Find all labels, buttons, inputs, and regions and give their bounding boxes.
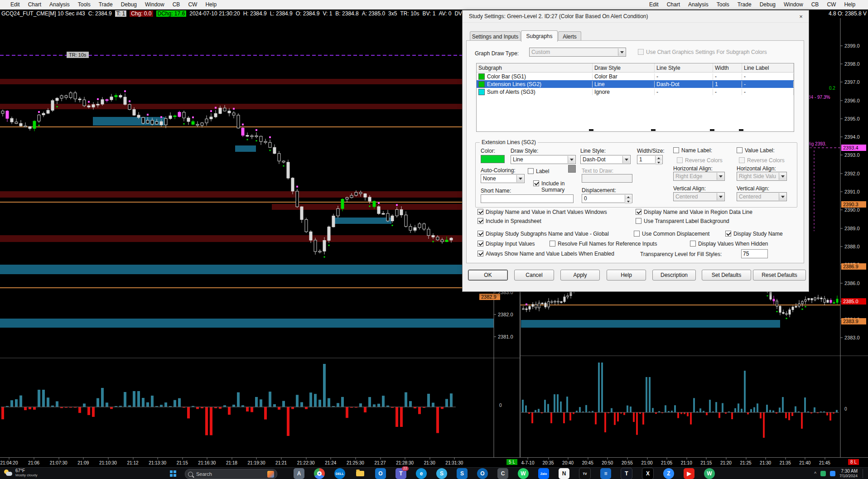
x-icon[interactable]: X (642, 468, 654, 479)
menu-trade[interactable]: Trade (95, 1, 117, 8)
name-label-checkbox[interactable]: Name Label: (673, 147, 712, 154)
chart-app-icon[interactable]: ≡ (600, 468, 611, 479)
include-in-spreadsheet-checkbox[interactable]: Include in Spreadsheet (477, 218, 541, 224)
menu-debug[interactable]: Debug (756, 1, 780, 8)
reset-defaults-button[interactable]: Reset Defaults (753, 270, 806, 281)
resolve-full-names-checkbox[interactable]: Resolve Full Names for Reference Inputs (550, 241, 657, 247)
whatsapp-icon[interactable]: W (518, 468, 529, 479)
tv-icon[interactable]: TV (579, 468, 591, 479)
transparent-label-background-checkbox[interactable]: Use Transparent Label Background (636, 218, 729, 224)
menu-cb[interactable]: CB (807, 1, 823, 8)
menu-trade[interactable]: Trade (733, 1, 756, 8)
edge-icon[interactable]: e (416, 468, 427, 479)
display-name-chart-values-checkbox[interactable]: Display Name and Value in Chart Values W… (477, 209, 607, 215)
text-to-draw-input[interactable] (582, 174, 632, 183)
start-button[interactable] (169, 469, 177, 478)
include-in-summary-checkbox[interactable]: Include inSummary (533, 180, 564, 193)
menu-edit[interactable]: Edit (645, 1, 663, 8)
ok-button[interactable]: OK (468, 270, 508, 281)
column-header[interactable]: Line Label (742, 63, 794, 72)
column-resize-marker[interactable] (589, 129, 593, 131)
menu-chart[interactable]: Chart (663, 1, 684, 8)
tray-icon-green[interactable] (820, 471, 826, 476)
subgraph-table[interactable]: SubgraphDraw StyleLine StyleWidthLine La… (476, 63, 794, 132)
wechat-icon[interactable]: W (704, 468, 715, 479)
menu-tools[interactable]: Tools (74, 1, 95, 8)
column-header[interactable]: Draw Style (593, 63, 655, 72)
left-chart-canvas[interactable]: 2383.02382.02381.02382.90 (0, 18, 520, 457)
graph-draw-type-select[interactable]: Custom (529, 48, 626, 57)
menu-help[interactable]: Help (840, 1, 859, 8)
line-style-select[interactable]: Dash-Dot (580, 155, 631, 164)
column-resize-marker[interactable] (739, 129, 743, 131)
menu-chart[interactable]: Chart (24, 1, 45, 8)
horizontal-align-select-1[interactable]: Right Edge (673, 172, 725, 181)
transparency-level-input[interactable] (741, 249, 768, 258)
subgraph-row[interactable]: Sum of Alerts (SG3)Ignore--- (477, 88, 794, 96)
menu-edit[interactable]: Edit (6, 1, 24, 8)
notion-icon[interactable]: N (559, 468, 569, 479)
set-defaults-button[interactable]: Set Defaults (702, 270, 751, 281)
time-axis[interactable]: 21:04:2021:0621:07:3021:0921:10:3021:122… (0, 457, 868, 468)
dell-icon[interactable]: DELL (334, 468, 345, 479)
column-resize-marker[interactable] (651, 129, 656, 131)
displacement-stepper[interactable]: 0 (582, 194, 632, 203)
horizontal-align-select-2[interactable]: Right Side Valu (737, 172, 787, 181)
value-label-checkbox[interactable]: Value Label: (737, 147, 775, 154)
menu-window[interactable]: Window (141, 1, 169, 8)
display-name-region-checkbox[interactable]: Display Name and Value in Region Data Li… (636, 209, 752, 215)
display-study-name-checkbox[interactable]: Display Study Name (725, 231, 783, 237)
outlook-icon[interactable]: O (375, 468, 386, 479)
secondary-color-swatch[interactable] (568, 165, 576, 173)
youtube-icon[interactable]: ▶ (684, 468, 694, 479)
menu-tools[interactable]: Tools (713, 1, 733, 8)
column-header[interactable]: Subgraph (477, 63, 593, 72)
reverse-colors-checkbox-2[interactable]: Reverse Colors (739, 157, 785, 164)
subgraph-row[interactable]: Color Bar (SG1)Color Bar--- (477, 73, 794, 80)
column-header[interactable]: Line Style (655, 63, 713, 72)
reverse-colors-checkbox-1[interactable]: Reverse Colors (677, 157, 723, 164)
teams-icon[interactable]: T22 (395, 468, 406, 479)
tray-chevron-icon[interactable]: ^ (814, 471, 816, 476)
label-checkbox[interactable]: Label (528, 168, 549, 174)
column-resize-marker[interactable] (710, 129, 714, 131)
always-show-labels-checkbox[interactable]: Always Show Name and Value Labels When E… (477, 251, 614, 257)
display-subgraphs-global-checkbox[interactable]: Display Study Subgraphs Name and Value -… (477, 231, 609, 237)
menu-analysis[interactable]: Analysis (45, 1, 74, 8)
taskbar-clock[interactable]: 7:30 AM 7/10/2024 (839, 469, 858, 479)
search-input[interactable]: Search (185, 469, 277, 479)
weather-widget[interactable]: 67°F Mostly cloudy (4, 469, 37, 478)
menu-window[interactable]: Window (780, 1, 807, 8)
use-chart-graphics-checkbox[interactable]: Use Chart Graphics Settings For Subgraph… (638, 49, 767, 55)
onedrive-icon[interactable]: O (477, 468, 488, 479)
description-button[interactable]: Description (652, 270, 696, 281)
menu-analysis[interactable]: Analysis (684, 1, 713, 8)
subgraph-row[interactable]: Extension Lines (SG2)LineDash-Dot1- (477, 80, 794, 88)
menu-cw[interactable]: CW (823, 1, 840, 8)
apply-button[interactable]: Apply (560, 270, 600, 281)
display-values-hidden-checkbox[interactable]: Display Values When Hidden (690, 241, 768, 247)
column-header[interactable]: Width (713, 63, 742, 72)
chrome-icon[interactable] (314, 468, 325, 479)
camera-icon[interactable]: C (497, 468, 508, 479)
menu-cw[interactable]: CW (184, 1, 201, 8)
app-icon[interactable]: A (294, 468, 304, 479)
vertical-align-select-1[interactable]: Centered (673, 192, 725, 201)
menu-cb[interactable]: CB (169, 1, 184, 8)
stepper-arrows[interactable] (655, 156, 662, 163)
close-icon[interactable]: × (797, 12, 805, 20)
menu-help[interactable]: Help (201, 1, 221, 8)
skype-icon[interactable]: S (436, 468, 447, 479)
cancel-button[interactable]: Cancel (514, 270, 554, 281)
help-button[interactable]: Help (607, 270, 646, 281)
zoom-icon[interactable]: Z (663, 468, 674, 479)
color-swatch-button[interactable] (481, 155, 505, 163)
display-input-values-checkbox[interactable]: Display Input Values (477, 241, 535, 247)
tradingview-icon[interactable]: T (621, 468, 632, 479)
use-common-displacement-checkbox[interactable]: Use Common Displacement (634, 231, 709, 237)
zalo-icon[interactable]: Zalo (538, 468, 549, 479)
draw-style-select[interactable]: Line (511, 155, 576, 164)
short-name-input[interactable] (481, 194, 574, 203)
width-size-stepper[interactable]: 1 (637, 155, 663, 164)
tab-subgraphs[interactable]: Subgraphs (521, 30, 558, 42)
